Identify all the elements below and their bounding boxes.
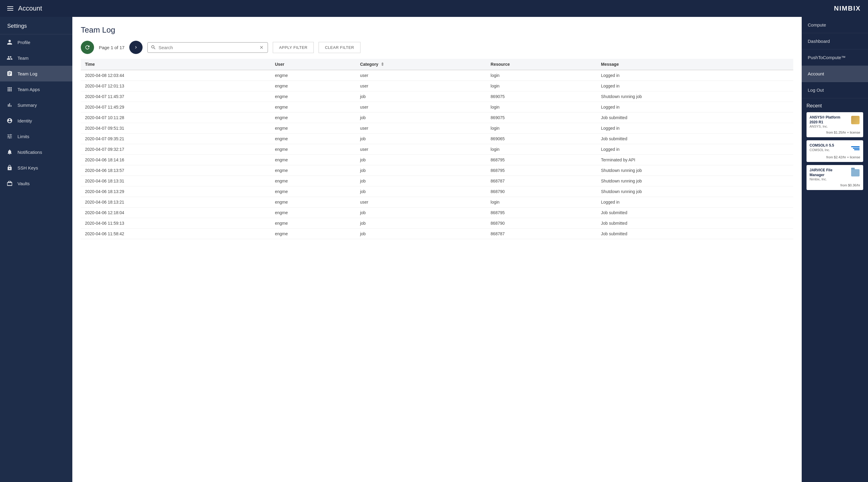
col-header-category[interactable]: Category ⇕ — [356, 59, 487, 70]
cell-user: engme — [271, 165, 355, 176]
right-nav-log-out[interactable]: Log Out — [802, 82, 868, 98]
cell-resource: 869065 — [487, 134, 597, 144]
cell-resource: login — [487, 81, 597, 91]
table-row: 2020-04-07 09:32:17engmeuserloginLogged … — [81, 144, 793, 155]
sidebar-item-team[interactable]: Team — [0, 50, 72, 66]
table-row: 2020-04-06 18:13:31engmejob868787Shutdow… — [81, 176, 793, 187]
col-header-resource: Resource — [487, 59, 597, 70]
search-container: ✕ — [147, 42, 268, 53]
recent-card-comsol-vendor: COMSOL Inc. — [809, 148, 848, 152]
sidebar-item-limits[interactable]: Limits — [0, 129, 72, 144]
search-input[interactable] — [156, 42, 258, 53]
clear-filter-button[interactable]: CLEAR FILTER — [318, 42, 361, 53]
sidebar-item-notifications[interactable]: Notifications — [0, 144, 72, 160]
log-table: Time User Category ⇕ Resource Message 20… — [81, 59, 793, 239]
cell-category: job — [356, 187, 487, 197]
sidebar-label-notifications: Notifications — [18, 150, 42, 155]
recent-card-ansys-vendor: ANSYS, Inc. — [809, 124, 848, 128]
recent-card-jarvice[interactable]: JARVICE File Manager Nimbix, Inc. from $… — [807, 165, 863, 190]
cell-time: 2020-04-06 18:13:57 — [81, 165, 271, 176]
table-row: 2020-04-06 18:13:29engmejob868790Shutdow… — [81, 187, 793, 197]
recent-card-ansys[interactable]: ANSYS® Platform 2020 R1 ANSYS, Inc. from… — [807, 112, 863, 137]
sidebar-item-summary[interactable]: Summary — [0, 97, 72, 113]
cell-user: engme — [271, 70, 355, 81]
sidebar-item-team-apps[interactable]: Team Apps — [0, 81, 72, 97]
hamburger-icon[interactable] — [7, 6, 13, 10]
person-icon — [6, 38, 13, 46]
clear-search-button[interactable]: ✕ — [258, 45, 265, 50]
recent-card-comsol-name: COMSOL® 5.5 — [809, 143, 848, 148]
clipboard-icon — [6, 70, 13, 77]
col-header-time: Time — [81, 59, 271, 70]
cell-message: Terminated by API — [597, 155, 793, 165]
cell-message: Logged in — [597, 102, 793, 113]
toolbar: Page 1 of 17 ✕ APPLY FILTER CLEAR FILTER — [81, 41, 793, 54]
recent-card-comsol-price: from $2.42/hr + license — [809, 154, 860, 159]
sidebar-item-team-log[interactable]: Team Log — [0, 66, 72, 81]
settings-header: Settings — [0, 17, 72, 34]
refresh-icon — [84, 44, 90, 50]
apps-icon — [6, 86, 13, 93]
recent-card-jarvice-vendor: Nimbix, Inc. — [809, 177, 848, 181]
cell-message: Logged in — [597, 81, 793, 91]
sidebar-label-identity: Identity — [18, 118, 32, 123]
sidebar-item-profile[interactable]: Profile — [0, 34, 72, 50]
sidebar-item-identity[interactable]: Identity — [0, 113, 72, 129]
chevron-right-icon — [133, 45, 138, 50]
cell-category: job — [356, 155, 487, 165]
cell-user: engme — [271, 187, 355, 197]
sliders-icon — [6, 133, 13, 140]
cell-time: 2020-04-06 18:13:29 — [81, 187, 271, 197]
cell-time: 2020-04-07 09:32:17 — [81, 144, 271, 155]
cell-resource: 868790 — [487, 187, 597, 197]
recent-card-jarvice-price: from $0.36/hr — [809, 182, 860, 187]
apply-filter-button[interactable]: APPLY FILTER — [273, 42, 314, 53]
cell-resource: login — [487, 102, 597, 113]
cell-resource: 868795 — [487, 155, 597, 165]
folder-icon — [850, 168, 860, 178]
sidebar-label-team-apps: Team Apps — [18, 87, 40, 92]
cell-category: job — [356, 91, 487, 102]
sidebar-label-ssh-keys: SSH Keys — [18, 165, 38, 170]
cell-user: engme — [271, 113, 355, 123]
cell-time: 2020-04-07 09:35:21 — [81, 134, 271, 144]
pagination-info: Page 1 of 17 — [99, 45, 124, 50]
bar-chart-icon — [6, 101, 13, 109]
table-row: 2020-04-07 12:01:13engmeuserloginLogged … — [81, 81, 793, 91]
right-nav-push-to-compute[interactable]: PushToCompute™ — [802, 50, 868, 66]
recent-card-comsol[interactable]: COMSOL® 5.5 COMSOL Inc. from $2.42/hr + … — [807, 140, 863, 162]
top-header: Account NIMBIX — [0, 0, 868, 17]
right-nav-account[interactable]: Account — [802, 66, 868, 82]
cell-time: 2020-04-07 09:51:31 — [81, 123, 271, 134]
cell-category: job — [356, 176, 487, 187]
cell-category: job — [356, 134, 487, 144]
table-row: 2020-04-07 11:45:37engmejob869075Shutdow… — [81, 91, 793, 102]
cell-message: Shutdown running job — [597, 176, 793, 187]
cell-message: Logged in — [597, 144, 793, 155]
recent-title: Recent — [807, 103, 863, 109]
sidebar-label-team: Team — [18, 56, 29, 61]
header-title: Account — [18, 4, 42, 12]
sidebar-label-team-log: Team Log — [18, 71, 37, 76]
cell-category: job — [356, 113, 487, 123]
right-nav-dashboard[interactable]: Dashboard — [802, 33, 868, 50]
cell-time: 2020-04-06 18:14:16 — [81, 155, 271, 165]
sidebar-item-vaults[interactable]: Vaults — [0, 175, 72, 191]
sidebar-item-ssh-keys[interactable]: SSH Keys — [0, 160, 72, 175]
refresh-button[interactable] — [81, 41, 94, 54]
cell-category: user — [356, 81, 487, 91]
cell-user: engme — [271, 155, 355, 165]
cell-time: 2020-04-07 10:11:28 — [81, 113, 271, 123]
cell-resource: login — [487, 70, 597, 81]
next-page-button[interactable] — [129, 41, 143, 54]
comsol-icon — [850, 143, 860, 153]
cell-time: 2020-04-07 11:45:37 — [81, 91, 271, 102]
cell-time: 2020-04-06 11:58:42 — [81, 229, 271, 239]
right-sidebar: Compute Dashboard PushToCompute™ Account… — [802, 17, 868, 482]
cell-message: Logged in — [597, 70, 793, 81]
cell-user: engme — [271, 102, 355, 113]
id-icon — [6, 117, 13, 124]
cell-resource: 869075 — [487, 91, 597, 102]
right-nav-compute[interactable]: Compute — [802, 17, 868, 33]
table-row: 2020-04-07 09:51:31engmeuserloginLogged … — [81, 123, 793, 134]
